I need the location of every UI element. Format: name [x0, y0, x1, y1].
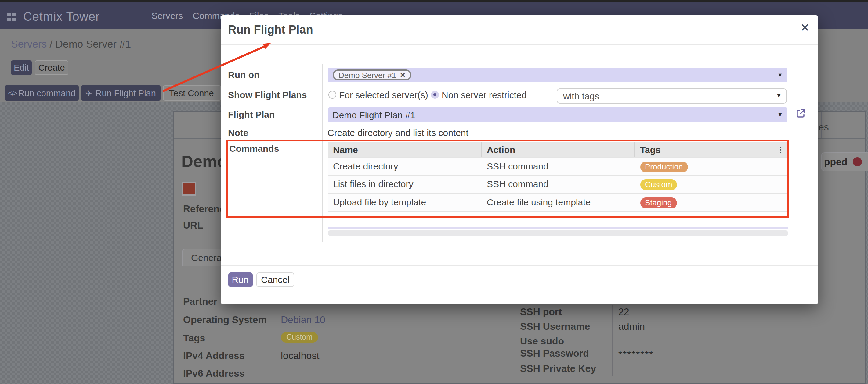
plane-icon: ✈	[85, 88, 92, 98]
horizontal-scrollbar[interactable]	[328, 230, 788, 236]
run-on-label: Run on	[228, 69, 259, 80]
operating-system-value[interactable]: Debian 10	[281, 315, 326, 325]
status-label-fragment: pped	[824, 156, 847, 167]
radio-non-server-restricted[interactable]	[431, 91, 439, 98]
flight-plan-label: Flight Plan	[228, 109, 275, 119]
operating-system-label: Operating System	[183, 315, 267, 325]
chevron-down-icon[interactable]: ▼	[777, 111, 783, 118]
remove-tag-icon[interactable]: ✕	[400, 71, 405, 79]
chevron-down-icon[interactable]: ▼	[777, 72, 783, 78]
ipv4-value: localhost	[281, 350, 319, 361]
ssh-username-value: admin	[618, 321, 645, 332]
tag-badge: Custom	[640, 179, 677, 190]
run-button[interactable]: Run	[228, 272, 252, 287]
table-footer-line	[328, 227, 788, 228]
tag-badge: Production	[640, 161, 688, 172]
breadcrumb-servers-link[interactable]: Servers	[11, 38, 47, 50]
run-on-field[interactable]: Demo Server #1 ✕	[328, 68, 787, 82]
ssh-private-key-label: SSH Private Key	[520, 363, 596, 374]
radio-non-server-restricted-label[interactable]: Non server restricted	[442, 90, 526, 100]
optional-columns-icon[interactable]: ⋮	[777, 142, 785, 157]
run-flight-plan-dialog: Run Flight Plan × Run on Demo Server #1 …	[221, 15, 818, 304]
nav-item-servers[interactable]: Servers	[151, 10, 183, 21]
run-flight-plan-button[interactable]: ✈ Run Flight Plan	[81, 85, 160, 101]
dialog-footer-divider	[221, 265, 818, 266]
column-header-action[interactable]: Action	[481, 142, 634, 157]
right-column-separator	[612, 305, 613, 376]
external-link-icon[interactable]	[795, 108, 806, 119]
dialog-title: Run Flight Plan	[228, 23, 313, 37]
create-button[interactable]: Create	[35, 60, 68, 75]
test-connection-button[interactable]: Test Conne	[163, 85, 221, 101]
run-on-server-tag: Demo Server #1 ✕	[332, 69, 412, 80]
smart-button-label-fragment[interactable]: es	[818, 122, 829, 133]
ssh-username-label: SSH Username	[520, 321, 590, 332]
use-sudo-label: Use sudo	[520, 336, 564, 347]
radio-for-selected-servers[interactable]	[328, 91, 336, 98]
dialog-header-divider	[221, 44, 818, 45]
server-status-badge[interactable]: pped	[821, 152, 868, 171]
code-icon: </>	[8, 89, 17, 97]
flight-plan-field[interactable]: Demo Flight Plan #1	[328, 107, 787, 122]
ssh-port-label: SSH port	[520, 307, 562, 318]
with-tags-select[interactable]: with tags	[556, 88, 786, 103]
edit-button[interactable]: Edit	[11, 60, 32, 75]
ssh-password-label: SSH Password	[520, 348, 589, 359]
note-label: Note	[228, 128, 248, 138]
table-row[interactable]: List files in directory SSH command Cust…	[328, 175, 788, 193]
url-label: URL	[183, 220, 203, 231]
app-brand[interactable]: Cetmix Tower	[23, 10, 100, 24]
run-command-button[interactable]: </> Run command	[5, 85, 79, 101]
radio-for-selected-servers-label[interactable]: For selected server(s)	[339, 90, 428, 100]
ipv4-label: IPv4 Address	[183, 350, 245, 361]
breadcrumb: Servers / Demo Server #1	[11, 38, 131, 50]
left-column-separator	[273, 310, 274, 380]
chevron-down-icon[interactable]: ▼	[776, 93, 782, 99]
apps-grid-icon[interactable]	[7, 13, 16, 21]
partner-label: Partner	[183, 296, 217, 307]
table-row[interactable]: Create directory SSH command Production	[328, 157, 788, 175]
ipv6-label: IPv6 Address	[183, 368, 245, 379]
server-tag: Custom	[281, 331, 318, 343]
label-column-divider	[322, 64, 322, 242]
server-color-swatch	[182, 182, 196, 196]
screen: Cetmix Tower Servers Commands Files Tool…	[0, 0, 868, 384]
breadcrumb-record: Demo Server #1	[56, 38, 131, 50]
ssh-port-value: 22	[618, 307, 629, 318]
column-header-tags[interactable]: Tags ⋮	[634, 142, 788, 157]
tag-badge: Staging	[640, 197, 677, 208]
note-value: Create directory and list its content	[328, 128, 468, 138]
show-flight-plans-label: Show Flight Plans	[228, 90, 307, 100]
close-icon[interactable]: ×	[801, 20, 809, 35]
commands-table-header: Name Action Tags ⋮	[328, 142, 788, 157]
ssh-password-value: ********	[618, 349, 654, 360]
column-header-name[interactable]: Name	[328, 142, 481, 157]
breadcrumb-separator: /	[47, 38, 55, 50]
server-title-fragment: Demo	[181, 152, 227, 171]
tags-label: Tags	[183, 333, 205, 344]
commands-table: Name Action Tags ⋮ Create directory SSH …	[328, 142, 788, 211]
table-row[interactable]: Upload file by template Create file usin…	[328, 193, 788, 211]
commands-label: Commands	[229, 143, 279, 153]
cancel-button[interactable]: Cancel	[256, 272, 294, 287]
status-dot-icon	[853, 157, 862, 166]
